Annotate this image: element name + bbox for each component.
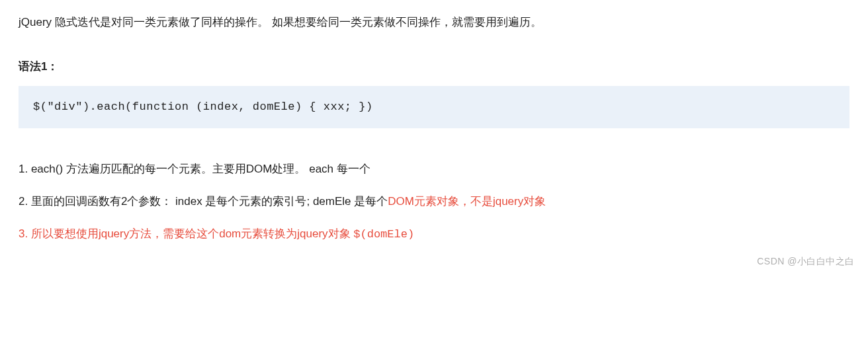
- code-block: $("div").each(function (index, domEle) {…: [19, 86, 849, 128]
- item3-code: $(domEle): [353, 228, 414, 241]
- item2-text: 2. 里面的回调函数有2个参数： index 是每个元素的索引号; demEle…: [19, 195, 388, 208]
- list-item-2: 2. 里面的回调函数有2个参数： index 是每个元素的索引号; demEle…: [19, 192, 849, 210]
- item2-highlight: DOM元素对象，不是jquery对象: [388, 195, 546, 208]
- list-item-1: 1. each() 方法遍历匹配的每一个元素。主要用DOM处理。 each 每一…: [19, 160, 849, 178]
- syntax-heading: 语法1：: [19, 58, 849, 75]
- list-item-3: 3. 所以要想使用jquery方法，需要给这个dom元素转换为jquery对象 …: [19, 225, 849, 243]
- intro-paragraph: jQuery 隐式迭代是对同一类元素做了同样的操作。 如果想要给同一类元素做不同…: [19, 13, 849, 31]
- item3-text: 3. 所以要想使用jquery方法，需要给这个dom元素转换为jquery对象: [19, 227, 353, 240]
- watermark: CSDN @小白白中之白: [757, 254, 855, 268]
